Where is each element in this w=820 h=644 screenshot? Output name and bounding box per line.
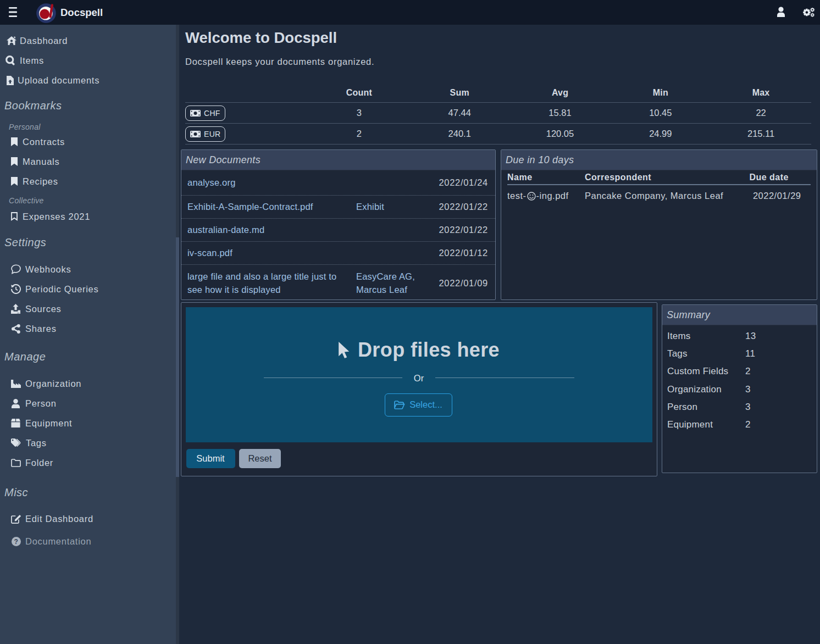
svg-text:?: ? — [14, 538, 18, 546]
